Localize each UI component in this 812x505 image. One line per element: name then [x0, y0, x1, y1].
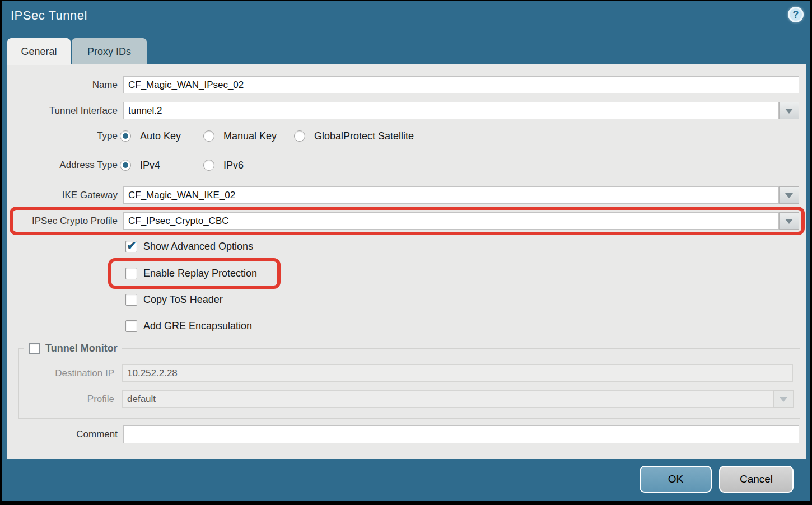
tab-proxy-ids[interactable]: Proxy IDs [72, 38, 147, 65]
cancel-button[interactable]: Cancel [719, 466, 794, 493]
radio-globalprotect-satellite[interactable] [294, 130, 305, 142]
checkbox-row-copy-tos-header[interactable]: Copy ToS Header [125, 292, 223, 307]
checkbox-tunnel-monitor[interactable] [29, 343, 40, 354]
tunnel-interface-input[interactable] [123, 102, 779, 119]
destination-ip-label: Destination IP [7, 364, 114, 382]
name-input[interactable] [123, 76, 799, 93]
radio-auto-key[interactable] [120, 130, 131, 142]
checkbox-add-gre-encapsulation[interactable] [125, 320, 137, 332]
ipsec-crypto-profile-label: IPSec Crypto Profile [7, 212, 118, 230]
ike-gateway-label: IKE Gateway [7, 186, 118, 204]
profile-input [122, 390, 773, 408]
address-type-option-ipv6[interactable]: IPv6 [203, 158, 244, 172]
checkbox-show-advanced-options[interactable] [125, 241, 137, 252]
profile-label: Profile [7, 390, 114, 408]
checkbox-enable-replay-protection[interactable] [125, 268, 137, 279]
address-type-label: Address Type [7, 158, 118, 172]
tunnel-monitor-fieldset [18, 348, 800, 419]
tunnel-monitor-legend[interactable]: Tunnel Monitor [24, 341, 122, 356]
checkbox-row-enable-replay-protection[interactable]: Enable Replay Protection [125, 266, 257, 280]
destination-ip-input [122, 364, 793, 382]
ipsec-crypto-profile-input[interactable] [123, 212, 779, 230]
type-option-globalprotect-satellite[interactable]: GlobalProtect Satellite [294, 129, 414, 143]
dialog-title: IPSec Tunnel [11, 8, 87, 23]
ok-button[interactable]: OK [640, 466, 712, 493]
radio-ipv4[interactable] [120, 160, 131, 171]
checkbox-row-add-gre-encapsulation[interactable]: Add GRE Encapsulation [125, 319, 252, 333]
name-label: Name [7, 76, 118, 93]
ipsec-tunnel-dialog: IPSec Tunnel ? General Proxy IDs Name Tu… [2, 1, 810, 501]
help-icon[interactable]: ? [788, 7, 804, 22]
ike-gateway-dropdown-button[interactable] [779, 186, 799, 204]
comment-input[interactable] [123, 425, 799, 443]
tunnel-interface-dropdown-button[interactable] [779, 102, 799, 119]
ike-gateway-input[interactable] [123, 186, 779, 204]
type-option-auto-key[interactable]: Auto Key [120, 129, 181, 143]
comment-label: Comment [7, 425, 118, 443]
type-option-manual-key[interactable]: Manual Key [203, 129, 277, 143]
profile-dropdown-button [773, 390, 794, 408]
tunnel-interface-label: Tunnel Interface [7, 102, 118, 119]
type-label: Type [7, 129, 118, 143]
ipsec-crypto-profile-dropdown-button[interactable] [779, 212, 799, 230]
address-type-option-ipv4[interactable]: IPv4 [120, 158, 160, 172]
radio-ipv6[interactable] [203, 160, 214, 171]
radio-manual-key[interactable] [203, 130, 214, 142]
general-tab-panel: Name Tunnel Interface Type Auto Key Manu… [7, 64, 806, 459]
checkbox-copy-tos-header[interactable] [125, 294, 137, 306]
tab-general[interactable]: General [7, 38, 71, 65]
checkbox-row-show-advanced-options[interactable]: Show Advanced Options [125, 239, 253, 254]
